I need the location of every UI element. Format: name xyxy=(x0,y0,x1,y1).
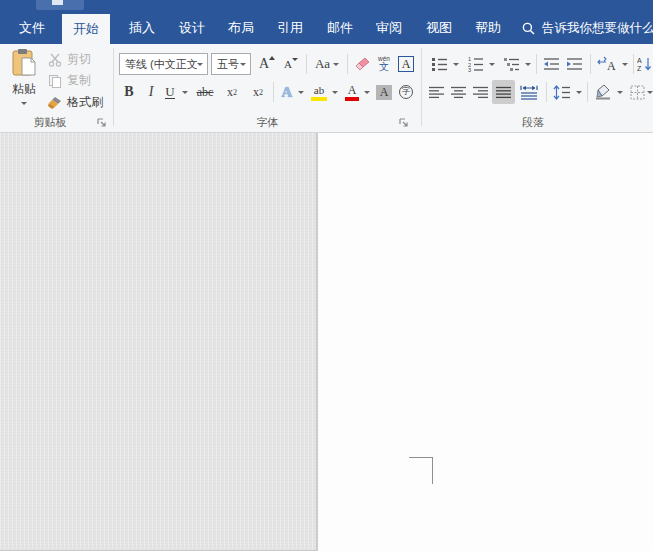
superscript-2: 2 xyxy=(259,88,263,97)
distribute-icon xyxy=(520,85,538,100)
tab-design[interactable]: 设计 xyxy=(168,12,216,44)
bullets-button[interactable] xyxy=(427,53,451,75)
tab-layout[interactable]: 布局 xyxy=(217,12,265,44)
phonetic-bottom-label: 文 xyxy=(379,62,389,72)
paste-button[interactable]: 粘贴 xyxy=(4,48,44,112)
enclose-characters-label: 字 xyxy=(399,85,413,99)
font-color-caret[interactable] xyxy=(362,81,372,103)
separator xyxy=(590,54,591,74)
tab-review[interactable]: 审阅 xyxy=(365,12,413,44)
strikethrough-button[interactable]: abc xyxy=(192,81,218,103)
grow-arrow-icon xyxy=(269,56,275,60)
shading-button[interactable] xyxy=(591,81,615,103)
borders-icon xyxy=(630,85,645,100)
tab-home[interactable]: 开始 xyxy=(62,14,110,44)
tab-file[interactable]: 文件 xyxy=(8,12,56,44)
ribbon: 粘贴 剪切 xyxy=(0,44,653,133)
paragraph-group-label: 段落 xyxy=(422,115,644,130)
tab-mailings[interactable]: 邮件 xyxy=(316,12,364,44)
ribbon-tab-bar: 文件 开始 插入 设计 布局 引用 邮件 审阅 视图 帮助 告诉我你想要做什么 xyxy=(0,12,653,44)
character-shading-button[interactable]: A xyxy=(374,81,394,103)
bold-button[interactable]: B xyxy=(118,81,140,103)
shading-caret[interactable] xyxy=(615,81,625,103)
format-painter-label: 格式刷 xyxy=(67,94,103,111)
borders-button[interactable] xyxy=(627,81,647,103)
word-window: 文件 开始 插入 设计 布局 引用 邮件 审阅 视图 帮助 告诉我你想要做什么 xyxy=(0,0,653,551)
decrease-indent-icon xyxy=(543,57,560,71)
align-center-icon xyxy=(451,86,467,99)
separator xyxy=(347,54,348,74)
scissors-icon xyxy=(46,53,63,67)
document-page[interactable] xyxy=(318,133,653,551)
format-painter-button[interactable]: 格式刷 xyxy=(46,93,103,112)
line-spacing-caret[interactable] xyxy=(574,81,584,103)
text-effects-caret[interactable] xyxy=(296,81,306,103)
svg-text:A: A xyxy=(637,57,642,64)
borders-caret[interactable] xyxy=(646,81,653,103)
save-icon xyxy=(52,0,63,5)
increase-indent-button[interactable] xyxy=(563,53,586,75)
text-effects-button[interactable]: A xyxy=(277,81,297,103)
line-spacing-button[interactable] xyxy=(550,81,574,103)
subscript-2: 2 xyxy=(233,88,237,97)
sort-button[interactable]: A Z xyxy=(636,53,653,75)
font-dialog-launcher-icon[interactable] xyxy=(398,117,410,129)
phonetic-guide-button[interactable]: wén 文 xyxy=(374,53,394,75)
italic-button[interactable]: I xyxy=(142,81,160,103)
paste-label: 粘贴 xyxy=(12,81,36,98)
font-size-combo[interactable]: 五号 xyxy=(211,53,251,75)
distribute-button[interactable] xyxy=(517,81,541,103)
align-center-button[interactable] xyxy=(448,81,470,103)
change-case-caret xyxy=(333,63,339,66)
align-left-button[interactable] xyxy=(426,81,448,103)
multilevel-list-caret[interactable] xyxy=(523,53,533,75)
highlight-button[interactable]: ab xyxy=(308,81,330,103)
cut-button: 剪切 xyxy=(46,50,91,69)
asian-layout-caret[interactable] xyxy=(620,53,630,75)
font-color-bar xyxy=(345,97,359,101)
tell-me-search[interactable]: 告诉我你想要做什么 xyxy=(522,12,653,44)
align-right-button[interactable] xyxy=(470,81,492,103)
justify-button[interactable] xyxy=(492,80,515,104)
separator xyxy=(633,54,634,74)
grow-font-button[interactable]: A xyxy=(256,53,278,75)
asian-layout-button[interactable]: A xyxy=(594,53,620,75)
highlight-caret[interactable] xyxy=(330,81,340,103)
superscript-button[interactable]: x2 xyxy=(246,81,270,103)
paste-dropdown-caret[interactable] xyxy=(21,102,27,105)
clipboard-dialog-launcher-icon[interactable] xyxy=(96,117,108,129)
subscript-button[interactable]: x2 xyxy=(220,81,244,103)
shrink-font-button[interactable]: A xyxy=(280,53,302,75)
shrink-arrow-icon xyxy=(292,58,298,61)
multilevel-list-icon xyxy=(503,57,520,72)
eraser-icon xyxy=(354,57,370,72)
numbering-button[interactable]: 1 2 3 xyxy=(463,53,487,75)
character-shading-label: A xyxy=(376,85,393,100)
numbering-caret[interactable] xyxy=(487,53,497,75)
tab-insert[interactable]: 插入 xyxy=(118,12,166,44)
search-icon xyxy=(522,22,535,35)
multilevel-list-button[interactable] xyxy=(499,53,523,75)
highlight-label: ab xyxy=(314,84,324,96)
svg-text:Z: Z xyxy=(637,65,642,72)
separator xyxy=(536,54,537,74)
tab-help[interactable]: 帮助 xyxy=(464,12,512,44)
bullets-caret[interactable] xyxy=(451,53,461,75)
font-name-combo[interactable]: 等线 (中文正文) xyxy=(119,53,208,75)
workspace-background xyxy=(0,133,316,551)
clear-formatting-button[interactable] xyxy=(351,53,372,75)
font-name-value: 等线 (中文正文) xyxy=(125,57,197,72)
strikethrough-label: abc xyxy=(197,85,214,100)
font-color-button[interactable]: A xyxy=(342,81,362,103)
character-border-button[interactable]: A xyxy=(396,53,416,75)
font-group-label: 字体 xyxy=(114,115,421,130)
tab-view[interactable]: 视图 xyxy=(415,12,463,44)
tab-references[interactable]: 引用 xyxy=(266,12,314,44)
enclose-characters-button[interactable]: 字 xyxy=(396,81,416,103)
underline-caret[interactable] xyxy=(180,81,190,103)
underline-button[interactable]: U xyxy=(160,81,180,103)
change-case-button[interactable]: Aa xyxy=(311,53,343,75)
font-color-label: A xyxy=(348,83,357,98)
text-boundary-corner-mark xyxy=(432,457,433,484)
decrease-indent-button[interactable] xyxy=(540,53,563,75)
